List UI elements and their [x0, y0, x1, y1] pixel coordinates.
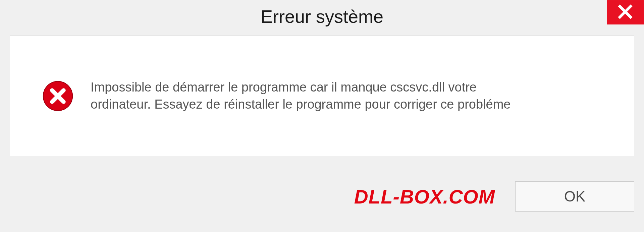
dialog-content: Impossible de démarrer le programme car … [10, 36, 634, 156]
watermark-label: DLL-BOX.COM [354, 185, 495, 208]
close-icon [617, 4, 633, 21]
ok-button[interactable]: OK [515, 181, 634, 212]
dialog-titlebar: Erreur système [0, 0, 644, 32]
dialog-title: Erreur système [261, 6, 383, 27]
error-message: Impossible de démarrer le programme car … [91, 79, 533, 113]
dialog-footer: DLL-BOX.COM OK [0, 161, 644, 232]
error-icon [42, 80, 74, 112]
close-button[interactable] [607, 0, 644, 24]
ok-button-label: OK [564, 188, 586, 205]
